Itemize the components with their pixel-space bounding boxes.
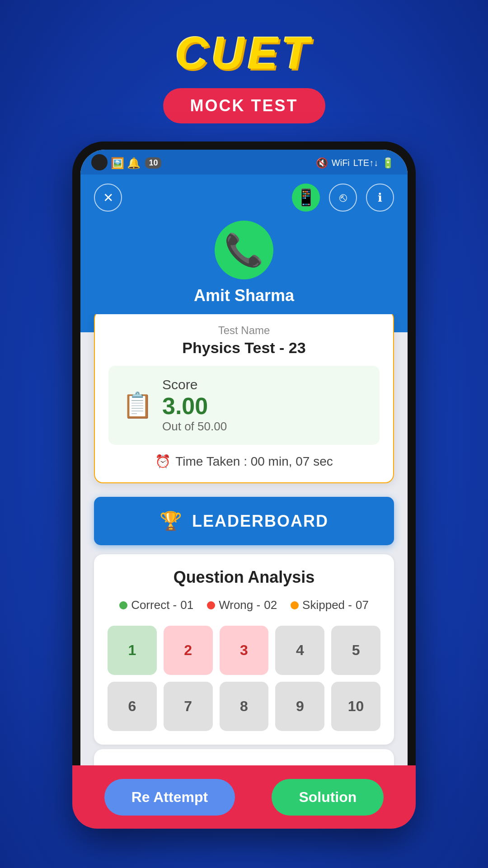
- test-name-value: Physics Test - 23: [108, 339, 380, 357]
- question-analysis-card: Question Analysis Correct - 01 Wrong - 0…: [94, 554, 394, 745]
- bottom-bar: Re Attempt Solution: [80, 765, 408, 821]
- skipped-dot: [291, 601, 299, 609]
- time-value: Time Taken : 00 min, 07 sec: [175, 454, 333, 469]
- re-attempt-button[interactable]: Re Attempt: [104, 779, 235, 816]
- user-name: Amit Sharma: [194, 286, 294, 305]
- user-avatar: 📞: [215, 221, 273, 279]
- score-label: Score: [162, 377, 227, 392]
- status-right: 🔇 WiFi LTE↑↓ 🔋: [316, 157, 394, 169]
- status-icons: 🖼️ 🔔: [111, 157, 141, 170]
- wifi-icon: WiFi: [332, 158, 350, 168]
- score-value: 3.00: [162, 394, 227, 418]
- wrong-count: 02: [264, 598, 277, 612]
- correct-dot: [119, 601, 127, 609]
- correct-count: 01: [180, 598, 193, 612]
- status-bar: 10 🖼️ 🔔 10 🔇 WiFi LTE↑↓ 🔋: [80, 150, 408, 175]
- wrong-dot: [207, 601, 215, 609]
- share-button[interactable]: ⎋: [329, 184, 357, 212]
- analysis-legend: Correct - 01 Wrong - 02 Skipped - 07: [108, 598, 380, 612]
- question-grid: 12345678910: [108, 626, 380, 731]
- analysis-title: Question Analysis: [108, 568, 380, 587]
- question-btn-3[interactable]: 3: [220, 626, 269, 675]
- question-btn-9[interactable]: 9: [275, 682, 324, 731]
- notification-count: 10: [145, 157, 161, 169]
- question-btn-2[interactable]: 2: [164, 626, 213, 675]
- correct-label: Correct -: [131, 598, 177, 612]
- score-icon: 📋: [122, 391, 153, 420]
- wrong-legend: Wrong - 02: [207, 598, 277, 612]
- question-btn-1[interactable]: 1: [108, 626, 157, 675]
- clock-icon: ⏰: [155, 454, 171, 469]
- app-header: ✕ 📱 ⎋ ℹ 📞 Amit Shar: [80, 175, 408, 332]
- whatsapp-button[interactable]: 📱: [292, 184, 320, 212]
- avatar-container: 📞 Amit Sharma: [194, 221, 294, 305]
- info-icon: ℹ: [378, 191, 382, 205]
- solution-button[interactable]: Solution: [272, 779, 384, 816]
- question-btn-4[interactable]: 4: [275, 626, 324, 675]
- header-right-actions: 📱 ⎋ ℹ: [292, 184, 394, 212]
- leaderboard-label: LEADERBOARD: [192, 512, 328, 531]
- question-btn-8[interactable]: 8: [220, 682, 269, 731]
- question-btn-6[interactable]: 6: [108, 682, 157, 731]
- score-details: Score 3.00 Out of 50.00: [162, 377, 227, 434]
- camera-notch: [91, 154, 108, 170]
- content-area[interactable]: Test Name Physics Test - 23 📋 Score 3.00…: [80, 314, 408, 821]
- score-box: 📋 Score 3.00 Out of 50.00: [108, 366, 380, 445]
- score-outof: Out of 50.00: [162, 420, 227, 434]
- question-btn-5[interactable]: 5: [331, 626, 380, 675]
- wrong-label: Wrong -: [219, 598, 260, 612]
- test-name-label: Test Name: [108, 324, 380, 337]
- cuet-logo: CUET: [175, 27, 313, 79]
- skipped-label: Skipped -: [302, 598, 352, 612]
- mute-icon: 🔇: [316, 157, 328, 169]
- question-btn-7[interactable]: 7: [164, 682, 213, 731]
- battery-icon: 🔋: [382, 157, 394, 169]
- phone-screen: 10 🖼️ 🔔 10 🔇 WiFi LTE↑↓ 🔋 ✕ 📱: [80, 150, 408, 821]
- mock-test-badge: MOCK TEST: [163, 88, 325, 123]
- close-button[interactable]: ✕: [94, 184, 122, 212]
- whatsapp-icon: 📱: [296, 188, 316, 207]
- time-taken: ⏰ Time Taken : 00 min, 07 sec: [108, 454, 380, 469]
- phone-frame: 10 🖼️ 🔔 10 🔇 WiFi LTE↑↓ 🔋 ✕ 📱: [72, 142, 416, 829]
- leaderboard-button[interactable]: 🏆 LEADERBOARD: [94, 497, 394, 545]
- correct-legend: Correct - 01: [119, 598, 193, 612]
- score-card: Test Name Physics Test - 23 📋 Score 3.00…: [94, 314, 394, 483]
- trophy-icon: 🏆: [160, 510, 183, 532]
- skipped-count: 07: [356, 598, 369, 612]
- signal-icon: LTE↑↓: [353, 158, 378, 168]
- info-button[interactable]: ℹ: [366, 184, 394, 212]
- branding-section: CUET MOCK TEST: [163, 27, 325, 123]
- share-icon: ⎋: [339, 190, 347, 205]
- avatar-icon: 📞: [224, 231, 263, 269]
- question-btn-10[interactable]: 10: [331, 682, 380, 731]
- header-actions: ✕ 📱 ⎋ ℹ: [94, 184, 394, 212]
- skipped-legend: Skipped - 07: [291, 598, 369, 612]
- close-icon: ✕: [103, 190, 113, 205]
